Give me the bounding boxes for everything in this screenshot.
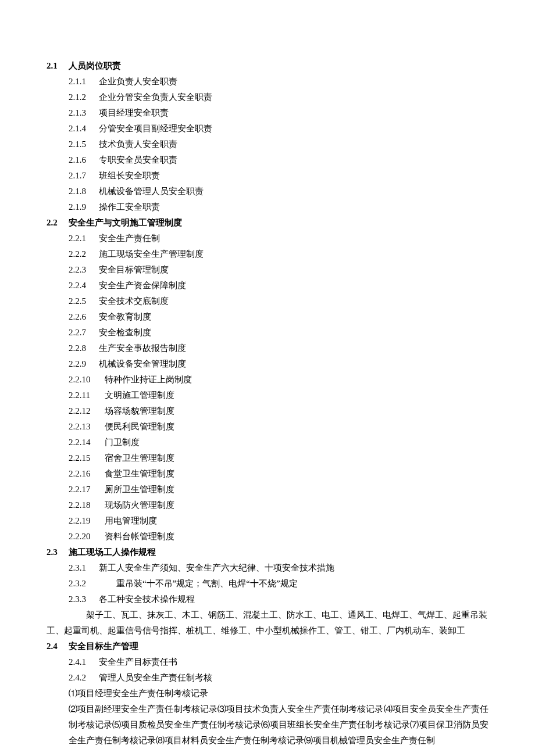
outline-item-number: 2.2.1: [69, 231, 99, 246]
outline-item-number: 2.1.9: [69, 199, 99, 215]
outline-item-number: 2.2.18: [69, 497, 105, 513]
outline-item-text: 现场防火管理制度: [105, 497, 174, 513]
outline-item: 2.3.1新工人安全生产须知、安全生产六大纪律、十项安全技术措施: [47, 560, 488, 576]
outline-item: 2.2.3安全目标管理制度: [47, 262, 488, 278]
outline-item-text: 安全生产责任制: [99, 231, 160, 246]
outline-item-number: 2.3.2: [69, 576, 99, 592]
outline-item: 2.1.1企业负责人安全职责: [47, 74, 488, 89]
outline-item: 2.3.3各工种安全技术操作规程: [47, 592, 488, 607]
outline-item-number: 2.2.9: [69, 356, 99, 372]
outline-item-number: 2.1.7: [69, 168, 99, 184]
outline-item-number: 2.2.7: [69, 325, 99, 341]
section-2-4-sub2: ⑵项目副经理安全生产责任制考核记录⑶项目技术负责人安全生产责任制考核记录⑷项目安…: [47, 701, 488, 748]
outline-item-text: 技术负责人安全职责: [99, 137, 177, 152]
outline-item-number: 2.2.12: [69, 403, 105, 419]
outline-item-number: 2.1.1: [69, 74, 99, 89]
outline-item-text: 生产安全事故报告制度: [99, 341, 186, 356]
outline-item: 2.1.7班组长安全职责: [47, 168, 488, 184]
outline-item-text: 用电管理制度: [105, 513, 157, 529]
outline-item-number: 2.2.10: [69, 372, 105, 388]
outline-item-text: 厕所卫生管理制度: [105, 482, 174, 497]
outline-item: 2.3.2 重吊装“十不吊”规定；气割、电焊“十不烧”规定: [47, 576, 488, 592]
section-title: 施工现场工人操作规程: [69, 544, 156, 560]
outline-item-text: 新工人安全生产须知、安全生产六大纪律、十项安全技术措施: [99, 560, 334, 576]
outline-item: 2.2.5安全技术交底制度: [47, 293, 488, 309]
outline-item-text: 项目经理安全职责: [99, 105, 169, 121]
outline-item: 2.1.3项目经理安全职责: [47, 105, 488, 121]
outline-item: 2.2.20资料台帐管理制度: [47, 529, 488, 544]
outline-item-number: 2.2.19: [69, 513, 105, 529]
outline-item-text: 安全技术交底制度: [99, 293, 169, 309]
section-title: 人员岗位职责: [69, 58, 121, 74]
outline-item-number: 2.2.14: [69, 435, 105, 450]
outline-item-number: 2.2.16: [69, 466, 105, 482]
outline-item-number: 2.4.2: [69, 670, 99, 686]
section-number: 2.4: [47, 639, 69, 654]
outline-item: 2.1.9操作工安全职责: [47, 199, 488, 215]
outline-item: 2.1.8机械设备管理人员安全职责: [47, 184, 488, 199]
outline-item: 2.4.2管理人员安全生产责任制考核: [47, 670, 488, 686]
outline-item-number: 2.1.6: [69, 152, 99, 168]
outline-item: 2.1.4分管安全项目副经理安全职责: [47, 121, 488, 137]
outline-item-text: 各工种安全技术操作规程: [99, 592, 195, 607]
outline-item-text: 管理人员安全生产责任制考核: [99, 670, 212, 686]
outline-item: 2.2.16食堂卫生管理制度: [47, 466, 488, 482]
outline-item-number: 2.2.3: [69, 262, 99, 278]
outline-item-text: 宿舍卫生管理制度: [105, 450, 174, 466]
outline-item-text: 特种作业持证上岗制度: [105, 372, 192, 388]
outline-item: 2.1.6专职安全员安全职责: [47, 152, 488, 168]
outline-item-text: 安全目标管理制度: [99, 262, 169, 278]
outline-item-number: 2.2.4: [69, 278, 99, 293]
section-title: 安全生产与文明施工管理制度: [69, 215, 182, 231]
section-2-1-heading: 2.1 人员岗位职责: [47, 58, 488, 74]
outline-item-number: 2.2.15: [69, 450, 105, 466]
outline-item-text: 企业分管安全负责人安全职责: [99, 89, 212, 105]
outline-item-number: 2.3.3: [69, 592, 99, 607]
outline-item-number: 2.1.3: [69, 105, 99, 121]
outline-item-text: 安全教育制度: [99, 309, 151, 325]
outline-item: 2.2.8生产安全事故报告制度: [47, 341, 488, 356]
outline-item-number: 2.4.1: [69, 654, 99, 670]
outline-item: 2.1.2企业分管安全负责人安全职责: [47, 89, 488, 105]
outline-item-number: 2.2.5: [69, 293, 99, 309]
section-number: 2.1: [47, 58, 69, 74]
outline-item-number: 2.2.20: [69, 529, 105, 544]
outline-item-text: 企业负责人安全职责: [99, 74, 177, 89]
outline-item: 2.2.6安全教育制度: [47, 309, 488, 325]
outline-item: 2.2.14门卫制度: [47, 435, 488, 450]
outline-item-text: 重吊装“十不吊”规定；气割、电焊“十不烧”规定: [99, 576, 298, 592]
outline-item-text: 分管安全项目副经理安全职责: [99, 121, 212, 137]
outline-item: 2.2.10特种作业持证上岗制度: [47, 372, 488, 388]
outline-item: 2.2.19用电管理制度: [47, 513, 488, 529]
outline-item-text: 机械设备安全管理制度: [99, 356, 186, 372]
outline-item-text: 场容场貌管理制度: [105, 403, 174, 419]
outline-item: 2.2.7安全检查制度: [47, 325, 488, 341]
outline-item-number: 2.1.2: [69, 89, 99, 105]
outline-item-text: 便民利民管理制度: [105, 419, 174, 435]
section-2-4-sub1: ⑴项目经理安全生产责任制考核记录: [47, 686, 488, 701]
outline-item-text: 食堂卫生管理制度: [105, 466, 174, 482]
outline-item-number: 2.2.17: [69, 482, 105, 497]
outline-item: 2.4.1安全生产目标责任书: [47, 654, 488, 670]
outline-item-text: 专职安全员安全职责: [99, 152, 177, 168]
section-title: 安全目标生产管理: [69, 639, 138, 654]
outline-item-text: 安全生产资金保障制度: [99, 278, 186, 293]
outline-item-number: 2.2.6: [69, 309, 99, 325]
outline-item: 2.2.17厕所卫生管理制度: [47, 482, 488, 497]
section-2-2-heading: 2.2 安全生产与文明施工管理制度: [47, 215, 488, 231]
outline-item: 2.2.15宿舍卫生管理制度: [47, 450, 488, 466]
outline-item-number: 2.2.2: [69, 246, 99, 262]
outline-item-text: 操作工安全职责: [99, 199, 160, 215]
section-2-3-heading: 2.3 施工现场工人操作规程: [47, 544, 488, 560]
section-number: 2.3: [47, 544, 69, 560]
outline-item-number: 2.1.5: [69, 137, 99, 152]
outline-item-text: 门卫制度: [105, 435, 140, 450]
outline-item-text: 安全检查制度: [99, 325, 151, 341]
section-2-3-trailing-2: 工、起重司机、起重信号信号指挥、桩机工、维修工、中小型机械操作工、管工、钳工、厂…: [47, 623, 488, 639]
outline-item-text: 机械设备管理人员安全职责: [99, 184, 204, 199]
outline-item-text: 文明施工管理制度: [105, 388, 174, 403]
outline-item: 2.2.2施工现场安全生产管理制度: [47, 246, 488, 262]
outline-item-number: 2.2.11: [69, 388, 105, 403]
outline-item-number: 2.2.13: [69, 419, 105, 435]
section-2-4-heading: 2.4 安全目标生产管理: [47, 639, 488, 654]
